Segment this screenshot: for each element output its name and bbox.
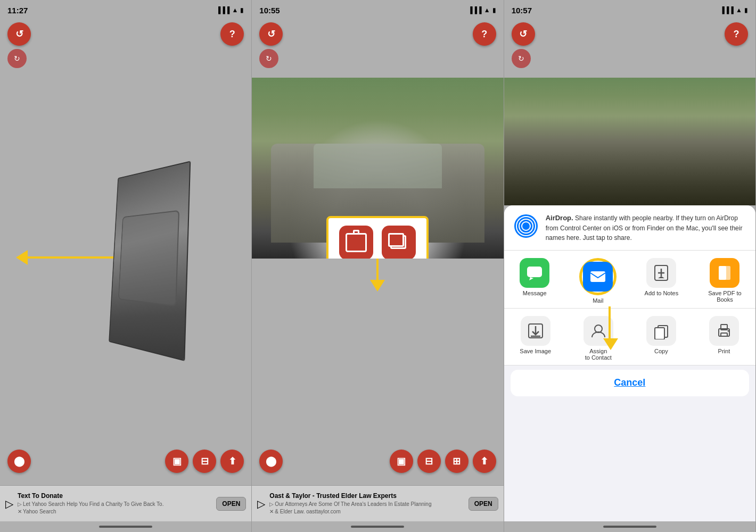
bottom-toolbar-1: ⬤ ▣ ⊟ ⬆ [0, 437, 251, 485]
ring-inner [522, 222, 530, 230]
controls-area-3: ↺ ? ↻ [504, 19, 755, 78]
main-content-1 [0, 78, 251, 437]
open-button-2[interactable]: OPEN [469, 497, 498, 511]
ad-title-2: Oast & Taylor - Trusted Elder Law Expert… [269, 492, 464, 501]
tilted-car-image [109, 161, 191, 361]
app-icons-row: Message Mail [504, 251, 755, 309]
svg-point-10 [595, 325, 602, 332]
save-image-icon [521, 316, 550, 346]
undo-button-3[interactable]: ↺ [512, 22, 535, 46]
help-icon-3: ? [733, 29, 739, 40]
home-indicator-1 [0, 521, 251, 532]
ad-sub2-2: ✕ & Elder Law. oasttaylor.com [269, 508, 464, 516]
action-item-copy[interactable]: Copy [642, 316, 680, 361]
yellow-box-overlay [326, 216, 429, 259]
airdrop-title: AirDrop. [546, 214, 573, 222]
svg-rect-0 [527, 267, 542, 277]
action-item-save-image[interactable]: Save Image [516, 316, 555, 361]
help-button-1[interactable]: ? [220, 22, 244, 46]
copy-svg [653, 322, 670, 339]
ad-text-1: Text To Donate ▷ Let Yahoo Search Help Y… [18, 492, 212, 516]
cancel-button[interactable]: Cancel [511, 370, 749, 396]
crop-button-2[interactable]: ⊟ [417, 450, 441, 473]
actions-row: Save Image Assign to Contact [504, 309, 755, 365]
crop-icon-box[interactable] [339, 226, 373, 259]
duplicate-button-2[interactable]: ⊞ [445, 450, 469, 473]
redo-button-3[interactable]: ↻ [512, 49, 531, 68]
ad-icon-1: ▷ [5, 497, 13, 510]
status-time-1: 11:27 [7, 6, 28, 15]
ad-sub-2: ▷ Our Attorneys Are Some Of The Area's L… [269, 501, 464, 508]
share-button-1[interactable]: ⬆ [220, 450, 244, 473]
phone-panel-3: 10:57 ▐▐▐ ▲ ▮ ↺ ? ↻ [504, 0, 756, 532]
print-label: Print [718, 348, 730, 354]
signal-icon-2: ▐▐▐ [468, 6, 482, 14]
gallery-button-1[interactable]: ▣ [165, 450, 188, 473]
arrow-line-v [376, 259, 379, 280]
camera-icon-2: ⬤ [266, 455, 276, 467]
app-item-books[interactable]: Save PDF to Books [705, 258, 744, 304]
app-item-mail[interactable]: Mail [579, 258, 617, 304]
action-item-assign-contact[interactable]: Assign to Contact [579, 316, 618, 361]
action-item-print[interactable]: Print [705, 316, 743, 361]
svg-rect-12 [655, 328, 664, 339]
main-content-2 [252, 78, 503, 437]
status-time-3: 10:57 [512, 6, 532, 15]
toolbar-right-2: ▣ ⊟ ⊞ ⬆ [390, 450, 496, 473]
signal-icon: ▐▐▐ [216, 6, 230, 14]
assign-contact-svg [590, 322, 607, 339]
copy-icon [646, 316, 676, 346]
wifi-icon-3: ▲ [736, 6, 742, 14]
copy-front [388, 233, 404, 247]
duplicate-icon-box[interactable] [382, 226, 416, 259]
redo-icon-1: ↻ [14, 54, 20, 63]
help-button-2[interactable]: ? [473, 22, 496, 46]
bottom-toolbar-2: ⬤ ▣ ⊟ ⊞ ⬆ [252, 437, 503, 485]
undo-icon-2: ↺ [267, 28, 275, 40]
wifi-icon: ▲ [232, 6, 238, 14]
help-button-3[interactable]: ? [725, 22, 748, 46]
assign-contact-label: Assign to Contact [585, 348, 612, 361]
app-item-notes[interactable]: Add to Notes [642, 258, 680, 304]
status-icons-3: ▐▐▐ ▲ ▮ [720, 6, 748, 14]
arrow-head-1 [16, 250, 28, 265]
app-item-message[interactable]: Message [515, 258, 554, 304]
share-sheet-wrapper: AirDrop. Share instantly with people nea… [504, 205, 755, 521]
image-area-1 [0, 78, 251, 437]
car-inner [110, 162, 190, 360]
crop-button-1[interactable]: ⊟ [193, 450, 216, 473]
share-button-2[interactable]: ⬆ [473, 450, 496, 473]
airdrop-desc-text: Share instantly with people nearby. If t… [546, 214, 743, 242]
redo-button-2[interactable]: ↻ [259, 49, 278, 68]
undo-button-1[interactable]: ↺ [7, 22, 31, 46]
save-image-label: Save Image [520, 348, 551, 354]
duplicate-icon-2: ⊞ [453, 455, 461, 467]
print-icon [709, 316, 739, 346]
car-photo-2 [252, 78, 503, 259]
help-icon-1: ? [229, 29, 235, 40]
gallery-button-2[interactable]: ▣ [390, 450, 413, 473]
car-windshield [314, 144, 442, 188]
camera-button-2[interactable]: ⬤ [259, 450, 283, 473]
ad-sub2-1: ✕ Yahoo Search [18, 508, 212, 516]
status-icons-2: ▐▐▐ ▲ ▮ [468, 6, 496, 14]
copy-label: Copy [654, 348, 668, 354]
control-row-top-1: ↺ ? [7, 22, 244, 46]
control-row-bottom-3: ↻ [512, 49, 748, 68]
ad-banner-1: ▷ Text To Donate ▷ Let Yahoo Search Help… [0, 485, 251, 521]
ad-title-1: Text To Donate [18, 492, 212, 501]
phone-panel-2: 10:55 ▐▐▐ ▲ ▮ ↺ ? ↻ [252, 0, 504, 532]
status-time-2: 10:55 [259, 6, 280, 15]
open-button-1[interactable]: OPEN [216, 497, 246, 511]
home-bar-1 [99, 526, 152, 528]
controls-area-2: ↺ ? ↻ [252, 19, 503, 78]
svg-rect-15 [721, 333, 727, 336]
undo-button-2[interactable]: ↺ [259, 22, 283, 46]
redo-button-1[interactable]: ↻ [7, 49, 27, 68]
ad-text-2: Oast & Taylor - Trusted Elder Law Expert… [269, 492, 464, 516]
share-icon-1: ⬆ [228, 455, 236, 467]
camera-button-1[interactable]: ⬤ [7, 450, 31, 473]
help-icon-2: ? [481, 29, 487, 40]
mail-svg [589, 268, 606, 285]
svg-point-16 [727, 330, 729, 331]
